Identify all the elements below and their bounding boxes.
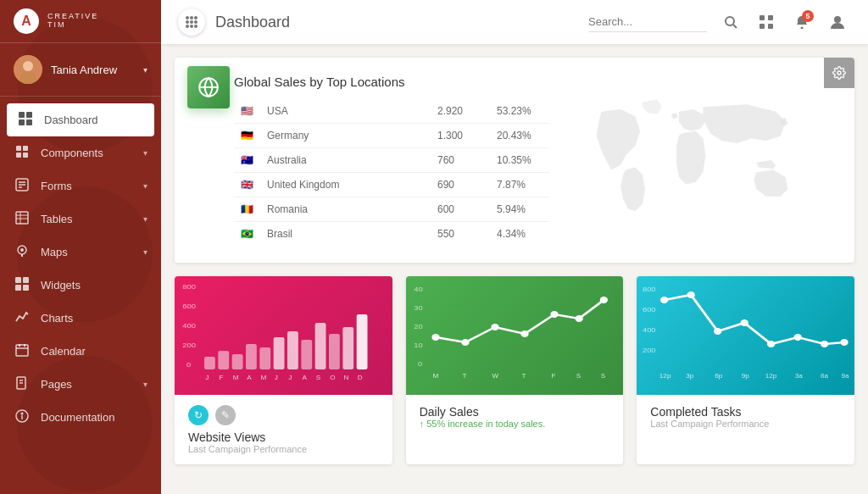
widgets-icon [14,277,31,293]
daily-sales-chart: 40 30 20 10 0 [406,276,624,395]
svg-rect-68 [301,340,312,369]
country-name: Brasil [260,222,431,247]
svg-text:6p: 6p [715,373,723,380]
sales-value: 760 [431,148,490,173]
svg-text:0: 0 [418,360,422,368]
sidebar-item-calendar[interactable]: Calendar [0,335,161,368]
search-button[interactable] [717,8,744,36]
svg-point-112 [767,341,775,347]
sidebar-item-pages[interactable]: Pages ▾ [0,368,161,401]
svg-text:600: 600 [182,303,196,310]
calendar-icon [14,343,31,359]
country-flag: 🇷🇴 [234,197,260,222]
world-map-area [549,75,837,246]
user-name: Tania Andrew [51,64,117,76]
expand-icon: ▾ [143,181,147,191]
daily-sales-footer: Daily Sales ↑ 55% increase in today sale… [406,395,624,439]
chart-actions: ↻ ✎ [188,405,379,425]
svg-point-91 [461,339,469,346]
table-row: 🇧🇷 Brasil 550 4.34% [234,222,549,247]
search-box [588,12,707,32]
sidebar-item-label: Widgets [41,279,147,291]
logo-circle: A [14,8,39,34]
sidebar-nav: Dashboard Components ▾ Forms ▾ Tables ▾ [0,97,161,494]
svg-point-90 [431,334,439,341]
svg-text:J: J [275,375,278,381]
sidebar-item-components[interactable]: Components ▾ [0,136,161,169]
svg-rect-64 [246,344,257,369]
edit-button[interactable]: ✎ [215,405,236,425]
sidebar-item-charts[interactable]: Charts [0,302,161,335]
daily-sales-card: 40 30 20 10 0 [406,276,624,464]
svg-text:M: M [233,375,239,381]
svg-point-43 [190,25,193,28]
svg-text:M: M [261,375,267,381]
sidebar-logo: A CREATIVE TIM [0,0,161,43]
svg-rect-71 [342,327,353,369]
components-icon [14,145,31,161]
bottom-charts: 800 600 400 200 0 [175,276,854,464]
sidebar-item-label: Tables [41,213,143,225]
charts-icon [14,310,31,326]
svg-rect-69 [315,323,326,369]
sidebar-item-tables[interactable]: Tables ▾ [0,203,161,236]
sales-value: 1.300 [431,124,490,148]
expand-icon: ▾ [143,380,147,389]
apps-button[interactable] [753,8,780,36]
svg-point-36 [186,16,189,19]
sidebar-user[interactable]: Tania Andrew ▾ [0,43,161,97]
sidebar-item-widgets[interactable]: Widgets [0,269,161,302]
increase-indicator: ↑ 55% increase in today sales. [420,419,546,429]
svg-point-38 [194,16,198,19]
completed-tasks-footer: Completed Tasks Last Campaign Performanc… [637,395,854,439]
svg-point-95 [575,315,582,322]
menu-button[interactable] [178,8,205,36]
sales-percent: 53.23% [490,99,549,124]
website-views-card: 800 600 400 200 0 [175,276,392,464]
svg-point-109 [687,291,695,298]
svg-point-52 [834,16,841,23]
completed-tasks-chart: 800 600 400 200 [637,276,854,395]
sidebar-item-maps[interactable]: Maps ▾ [0,236,161,269]
sidebar-item-label: Components [41,147,143,159]
sales-value: 550 [431,222,490,247]
svg-text:400: 400 [643,326,656,334]
refresh-button[interactable]: ↻ [188,405,209,425]
svg-text:30: 30 [414,304,423,312]
svg-rect-48 [768,15,773,20]
chart-subtitle: Last Campaign Performance [188,444,379,454]
country-flag: 🇦🇺 [234,148,260,173]
country-flag: 🇬🇧 [234,173,260,197]
table-row: 🇦🇺 Australia 760 10.35% [234,148,549,173]
svg-point-41 [194,20,198,24]
svg-rect-65 [259,347,270,369]
svg-point-94 [550,311,558,318]
sidebar-item-documentation[interactable]: Documentation [0,401,161,434]
table-row: 🇺🇸 USA 2.920 53.23% [234,99,549,124]
svg-point-42 [186,25,189,28]
sidebar-item-dashboard[interactable]: Dashboard [7,103,154,136]
chart-title: Completed Tasks [650,405,841,419]
country-name: Germany [260,124,431,148]
header: Dashboard 5 [161,0,868,44]
completed-tasks-card: 800 600 400 200 [637,276,854,464]
svg-point-20 [20,248,24,252]
svg-text:12p: 12p [765,373,777,380]
svg-rect-50 [768,24,773,29]
user-menu-button[interactable] [824,8,851,36]
search-input[interactable] [588,12,707,32]
svg-rect-72 [357,314,368,369]
notifications-button[interactable]: 5 [788,8,815,36]
expand-icon: ▾ [143,148,147,158]
sidebar-item-forms[interactable]: Forms ▾ [0,169,161,203]
settings-button[interactable] [824,58,854,88]
svg-text:9a: 9a [842,373,850,380]
documentation-icon [14,409,31,425]
svg-point-51 [801,27,804,30]
svg-rect-63 [232,354,243,369]
svg-point-45 [726,17,734,25]
svg-text:J: J [288,375,292,381]
main-area: Dashboard 5 [161,0,868,494]
svg-text:S: S [601,373,605,380]
svg-rect-9 [16,153,21,158]
